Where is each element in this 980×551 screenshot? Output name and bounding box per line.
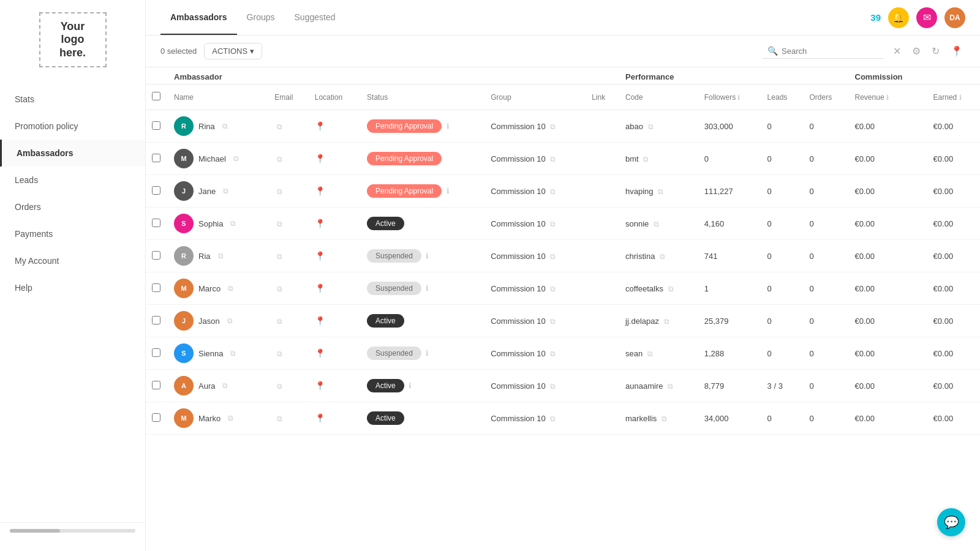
status-info-icon[interactable]: ℹ [426,349,429,358]
tab-ambassadors[interactable]: Ambassadors [160,0,237,35]
row-checkbox-7[interactable] [152,348,160,357]
location-icon[interactable]: 📍 [315,186,325,196]
location-icon[interactable]: 📍 [315,413,325,423]
copy-name-icon[interactable]: ⧉ [228,414,233,422]
row-checkbox-cell[interactable] [146,240,168,272]
copy-email-icon[interactable]: ⧉ [277,317,282,326]
tab-suggested[interactable]: Suggested [285,0,345,35]
copy-group-icon[interactable]: ⧉ [550,220,556,228]
row-checkbox-6[interactable] [152,316,160,324]
sidebar-item-leads[interactable]: Leads [0,167,145,193]
status-info-icon[interactable]: ℹ [409,381,412,390]
location-icon[interactable]: 📍 [315,381,325,391]
copy-name-icon[interactable]: ⧉ [230,349,236,358]
copy-group-icon[interactable]: ⧉ [550,155,556,163]
status-info-icon[interactable]: ℹ [426,252,429,260]
row-checkbox-cell[interactable] [146,143,168,175]
search-input[interactable] [782,47,880,56]
location-icon[interactable]: 📍 [315,316,325,326]
copy-code-icon[interactable]: ⧉ [647,350,653,358]
status-badge[interactable]: Suspended [367,347,421,360]
copy-code-icon[interactable]: ⧉ [654,220,659,228]
copy-email-icon[interactable]: ⧉ [277,155,282,163]
sidebar-item-promotion-policy[interactable]: Promotion policy [0,113,145,140]
select-all-checkbox[interactable] [152,92,160,100]
copy-email-icon[interactable]: ⧉ [277,122,282,131]
row-checkbox-cell[interactable] [146,370,168,402]
th-checkbox[interactable] [146,84,168,110]
status-info-icon[interactable]: ℹ [426,284,429,293]
sidebar-item-my-account[interactable]: My Account [0,247,145,274]
copy-name-icon[interactable]: ⧉ [230,219,236,228]
copy-name-icon[interactable]: ⧉ [222,381,228,390]
row-checkbox-cell[interactable] [146,208,168,240]
location-icon[interactable]: 📍 [315,154,325,163]
copy-group-icon[interactable]: ⧉ [550,350,556,358]
copy-email-icon[interactable]: ⧉ [277,414,282,423]
mail-icon[interactable]: ✉ [916,7,937,28]
copy-code-icon[interactable]: ⧉ [643,155,649,163]
location-icon[interactable]: 📍 [315,251,325,261]
row-checkbox-0[interactable] [152,121,160,130]
row-checkbox-8[interactable] [152,381,160,389]
status-badge[interactable]: Active [367,379,404,392]
row-checkbox-3[interactable] [152,219,160,227]
copy-email-icon[interactable]: ⧉ [277,350,282,358]
location-icon[interactable]: 📍 [315,219,325,228]
bell-icon[interactable]: 🔔 [888,7,909,28]
user-avatar[interactable]: DA [944,7,965,28]
copy-code-icon[interactable]: ⧉ [668,285,674,293]
earned-info-icon[interactable]: ℹ [959,94,962,101]
copy-name-icon[interactable]: ⧉ [218,252,224,260]
status-badge[interactable]: Suspended [367,249,421,263]
copy-code-icon[interactable]: ⧉ [658,187,663,196]
sidebar-item-help[interactable]: Help [0,274,145,301]
row-checkbox-5[interactable] [152,283,160,292]
row-checkbox-1[interactable] [152,154,160,162]
copy-group-icon[interactable]: ⧉ [550,252,556,261]
clear-search-button[interactable]: ✕ [891,43,903,59]
location-icon[interactable]: 📍 [315,121,325,131]
status-badge[interactable]: Pending Approval [367,184,442,198]
copy-code-icon[interactable]: ⧉ [648,122,654,131]
copy-email-icon[interactable]: ⧉ [277,187,282,196]
row-checkbox-cell[interactable] [146,175,168,208]
status-badge[interactable]: Pending Approval [367,119,442,133]
sidebar-item-orders[interactable]: Orders [0,193,145,220]
row-checkbox-cell[interactable] [146,402,168,435]
row-checkbox-cell[interactable] [146,110,168,143]
copy-email-icon[interactable]: ⧉ [277,220,282,228]
copy-code-icon[interactable]: ⧉ [664,317,669,326]
revenue-info-icon[interactable]: ℹ [886,94,889,101]
row-checkbox-2[interactable] [152,186,160,195]
sidebar-item-ambassadors[interactable]: Ambassadors [0,140,145,167]
copy-code-icon[interactable]: ⧉ [662,414,667,423]
copy-name-icon[interactable]: ⧉ [227,317,233,325]
copy-name-icon[interactable]: ⧉ [223,187,228,195]
sidebar-item-stats[interactable]: Stats [0,86,145,113]
copy-email-icon[interactable]: ⧉ [277,285,282,293]
actions-button[interactable]: ACTIONS ▾ [204,43,262,59]
copy-group-icon[interactable]: ⧉ [550,122,556,131]
row-checkbox-cell[interactable] [146,305,168,337]
copy-group-icon[interactable]: ⧉ [550,317,556,326]
chat-bubble[interactable]: 💬 [937,508,965,536]
location-icon[interactable]: 📍 [315,283,325,293]
row-checkbox-cell[interactable] [146,272,168,305]
status-badge[interactable]: Pending Approval [367,152,442,165]
status-info-icon[interactable]: ℹ [447,187,450,195]
copy-email-icon[interactable]: ⧉ [277,382,282,391]
status-badge[interactable]: Active [367,411,404,425]
status-badge[interactable]: Active [367,314,404,328]
status-badge[interactable]: Suspended [367,282,421,295]
th-name[interactable]: Name [168,84,268,110]
filter-button[interactable]: ⚙ [910,43,923,59]
copy-group-icon[interactable]: ⧉ [550,414,556,423]
row-checkbox-cell[interactable] [146,337,168,370]
copy-email-icon[interactable]: ⧉ [277,252,282,261]
status-info-icon[interactable]: ℹ [447,122,450,130]
location-icon[interactable]: 📍 [315,348,325,358]
copy-name-icon[interactable]: ⧉ [228,284,233,293]
followers-info-icon[interactable]: ℹ [737,94,740,101]
copy-group-icon[interactable]: ⧉ [550,285,556,293]
